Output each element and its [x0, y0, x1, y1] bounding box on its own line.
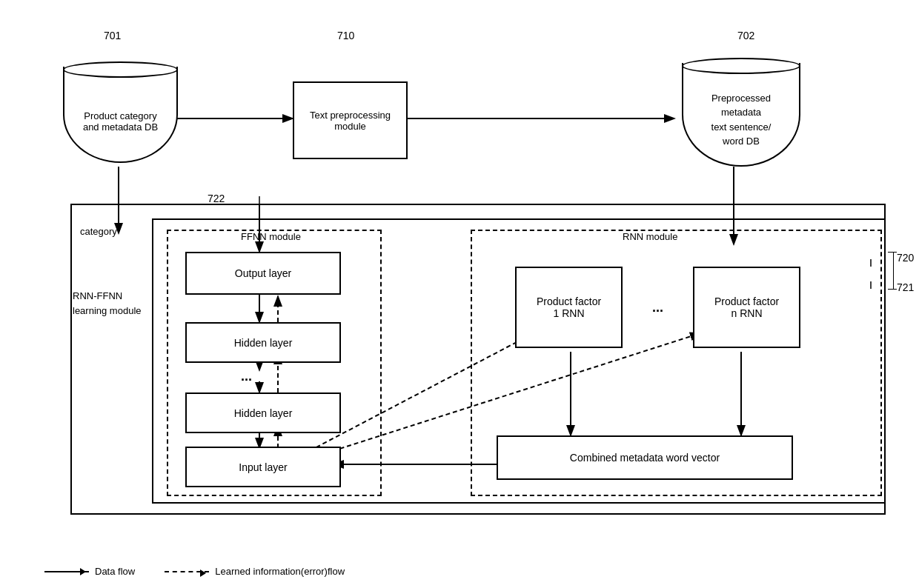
text-preprocessing-box: Text preprocessingmodule — [293, 81, 408, 159]
output-layer-label: Output layer — [235, 267, 291, 279]
learned-info-line — [165, 571, 209, 572]
hidden-layer1-box: Hidden layer — [185, 322, 341, 363]
db2-container: Preprocessedmetadatatext sentence/word D… — [678, 52, 808, 178]
hidden-layer1-label: Hidden layer — [234, 337, 293, 349]
ref-721: 721 — [897, 281, 914, 293]
ref720-bracket — [888, 252, 894, 289]
output-layer-box: Output layer — [185, 252, 341, 295]
input-layer-label: Input layer — [239, 461, 287, 473]
input-layer-box: Input layer — [185, 447, 341, 487]
product-factor1-label: Product factor1 RNN — [537, 295, 601, 319]
db1-container: Product categoryand metadata DB — [59, 56, 185, 174]
db2-body: Preprocessedmetadatatext sentence/word D… — [682, 63, 800, 167]
db2-label: Preprocessedmetadatatext sentence/word D… — [711, 91, 772, 149]
category-label: category — [80, 226, 117, 237]
text-preprocessing-label: Text preprocessingmodule — [310, 110, 391, 132]
db1-label: Product categoryand metadata DB — [83, 110, 158, 133]
rnn-ffnn-label: RNN-FFNNlearning module — [73, 289, 147, 318]
hidden-layer2-box: Hidden layer — [185, 392, 341, 433]
learned-info-label: Learned information(error)flow — [215, 566, 345, 577]
hidden-layer2-label: Hidden layer — [234, 407, 293, 419]
combined-vector-label: Combined metadata word vector — [570, 452, 720, 464]
rnn-module-label: RNN module — [623, 231, 677, 242]
product-factorn-label: Product factorn RNN — [714, 295, 779, 319]
legend: Data flow Learned information(error)flow — [44, 566, 345, 577]
ref-720: 720 — [897, 252, 914, 264]
db2-top — [682, 58, 800, 74]
db1-body: Product categoryand metadata DB — [63, 67, 178, 163]
ref-702: 702 — [737, 30, 754, 41]
ref-722: 722 — [208, 193, 225, 204]
combined-vector-box: Combined metadata word vector — [497, 435, 793, 480]
db1-top — [63, 61, 178, 78]
legend-data-flow: Data flow — [44, 566, 135, 577]
ref-701: 701 — [104, 30, 121, 41]
legend-learned-info: Learned information(error)flow — [165, 566, 345, 577]
ffnn-module-label: FFNN module — [241, 231, 301, 242]
dots-between-hidden: ... — [241, 369, 252, 384]
dots-between-factors: ... — [652, 300, 663, 315]
ref-710: 710 — [337, 30, 354, 41]
product-factorn-box: Product factorn RNN — [693, 267, 800, 348]
ref720-tick-bottom — [888, 289, 897, 290]
product-factor1-box: Product factor1 RNN — [515, 267, 623, 348]
data-flow-label: Data flow — [95, 566, 135, 577]
data-flow-line — [44, 571, 89, 572]
ref720-tick-top — [888, 252, 897, 253]
